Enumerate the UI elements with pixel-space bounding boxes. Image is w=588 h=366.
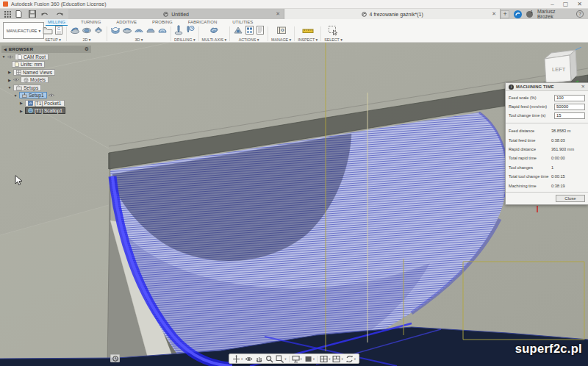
grid-snap-icon[interactable]: ▾ [319, 355, 331, 363]
dialog-title-bar[interactable]: i MACHINING TIME ✕ [506, 83, 588, 91]
multi-axis-icon[interactable] [209, 25, 219, 38]
tool-change-time-input[interactable] [554, 112, 585, 119]
nc-program-icon[interactable]: G [54, 25, 63, 38]
undo-icon[interactable] [40, 11, 50, 18]
tree-item-setup1[interactable]: ▼ Setup1 [1, 92, 91, 100]
save-icon[interactable] [29, 10, 36, 18]
view-cube-face-label[interactable]: LEFT [552, 66, 566, 73]
chevron-down-icon: ▾ [340, 37, 343, 42]
2d-contour-icon[interactable] [93, 25, 104, 38]
expand-icon[interactable]: ▼ [7, 85, 12, 90]
tool-change-time-row: Tool change time (s) [509, 111, 585, 120]
3d-contour-icon[interactable] [134, 25, 144, 38]
file-menu-icon[interactable] [15, 10, 24, 18]
orbit-icon[interactable]: ▾ [232, 355, 243, 363]
new-setup-icon[interactable] [43, 25, 53, 38]
drill-cycle-icon[interactable] [184, 25, 195, 38]
user-name[interactable]: Mariusz Brożek [537, 9, 572, 19]
visibility-eye-icon[interactable] [49, 93, 54, 97]
setups-folder-icon [16, 85, 22, 90]
3d-adaptive-icon[interactable] [110, 25, 121, 38]
chevron-down-icon: ▾ [59, 37, 61, 42]
units-document-icon [15, 62, 19, 67]
group-actions: ACTIONS ▾ [230, 26, 268, 42]
post-process-icon[interactable] [245, 25, 254, 38]
collapsed-icon[interactable]: ▶ [19, 101, 24, 105]
visibility-eye-icon[interactable] [7, 55, 13, 59]
stat-machining-time: Machining time0:38:19 [509, 181, 585, 190]
browser-panel: ◀ BROWSER ⚙ ▼ CAM Root Units: mm ▶ Named… [1, 46, 91, 115]
3d-scallop-icon[interactable] [157, 25, 168, 38]
feed-scale-input[interactable] [554, 95, 585, 101]
job-progress-icon[interactable] [110, 354, 120, 362]
job-status-icon[interactable] [514, 10, 522, 18]
drill-icon[interactable] [174, 25, 183, 38]
group-multi-axis: MULTI-AXIS ▾ [199, 26, 230, 42]
help-icon[interactable]: ? [576, 10, 584, 18]
redo-icon[interactable] [54, 11, 64, 18]
dialog-close-icon[interactable]: ✕ [581, 84, 585, 90]
2d-adaptive-icon[interactable] [70, 25, 80, 38]
pan-icon[interactable] [254, 355, 264, 363]
simulate-icon[interactable] [233, 25, 243, 38]
display-settings-icon[interactable]: ▾ [291, 355, 303, 363]
minimize-icon[interactable]: – [551, 1, 553, 8]
tree-item-units[interactable]: Units: mm [1, 61, 91, 69]
group-2d: 2D ▾ [67, 26, 107, 42]
dialog-title: MACHINING TIME [516, 85, 554, 89]
measure-ruler-icon[interactable] [302, 25, 314, 38]
visibility-eye-icon[interactable] [13, 78, 19, 82]
layout-grid-icon[interactable]: ▾ [304, 355, 315, 363]
2d-pocket-icon[interactable] [82, 25, 92, 38]
stat-total-tool-change-time: Total tool change time0:00:15 [509, 172, 585, 181]
setup-sheet-icon[interactable] [256, 25, 265, 38]
viewports-icon[interactable]: ▾ [331, 355, 343, 363]
tree-item-scallop1[interactable]: ▶ [T1] Scallop1 [1, 107, 91, 115]
machining-time-dialog: i MACHINING TIME ✕ Feed scale (%) Rapid … [505, 82, 588, 205]
ribbon-toolbar: MANUFACTURE ▾ MILLING TURNING ADDITIVE P… [0, 19, 588, 43]
browser-header[interactable]: ◀ BROWSER ⚙ [1, 46, 91, 53]
zoom-icon[interactable] [265, 355, 274, 363]
collapsed-icon[interactable]: ▶ [7, 78, 12, 82]
document-tab-active[interactable]: 4 frezowanie gaźnik*(1) ✕ [284, 9, 501, 19]
3d-pocket-icon[interactable] [122, 25, 132, 38]
group-drilling: DRILLING ▾ [171, 26, 198, 42]
close-icon[interactable]: ✕ [577, 1, 582, 8]
3d-parallel-icon[interactable] [146, 25, 156, 38]
expand-icon[interactable]: ▼ [1, 54, 6, 59]
select-tool-icon[interactable] [328, 25, 339, 39]
gear-icon[interactable]: ⚙ [85, 46, 89, 52]
tree-item-cam-root[interactable]: ▼ CAM Root [1, 53, 91, 61]
group-manage: MANAGE ▾ [268, 26, 294, 42]
tab-close-icon[interactable]: ✕ [492, 11, 496, 17]
look-at-icon[interactable] [244, 355, 254, 363]
steps-refresh-icon[interactable]: ▾ [345, 355, 356, 363]
tool-library-icon[interactable] [276, 25, 287, 38]
notifications-button[interactable]: 1 [526, 11, 533, 18]
chevron-down-icon: ▾ [224, 37, 226, 42]
tab-close-icon[interactable]: ✕ [276, 11, 280, 17]
app-grid-menu-icon[interactable] [4, 11, 11, 18]
fit-view-icon[interactable]: ▾ [275, 355, 287, 363]
document-tab-untitled[interactable]: Untitled ✕ [68, 9, 284, 19]
chevron-down-icon: ▾ [141, 37, 143, 42]
close-button[interactable]: Close [556, 195, 585, 202]
3d-viewport[interactable]: LEFT ◀ BROWSER ⚙ ▼ CAM Root Units: mm ▶ … [0, 43, 588, 366]
collapse-panel-icon[interactable]: ◀ [4, 47, 7, 51]
tree-item-named-views[interactable]: ▶ Named Views [1, 68, 91, 76]
tree-item-setups[interactable]: ▼ Setups [1, 84, 91, 92]
new-tab-button[interactable]: + [501, 10, 509, 18]
maximize-icon[interactable]: ▢ [563, 1, 569, 8]
collapsed-icon[interactable]: ▶ [7, 70, 12, 74]
stat-tool-changes: Tool changes1 [509, 163, 585, 172]
tree-item-pocket1[interactable]: ▶ [T1] Pocket1 [1, 99, 91, 107]
expand-icon[interactable]: ▼ [13, 93, 18, 98]
rapid-feed-input[interactable] [554, 104, 585, 110]
tree-item-models[interactable]: ▶ Models [1, 76, 91, 85]
collapsed-icon[interactable]: ▶ [19, 109, 24, 113]
models-cube-icon [24, 77, 29, 82]
svg-text:G: G [57, 26, 60, 31]
stat-total-feed-time: Total feed time0:38:03 [509, 135, 585, 144]
pocket-operation-icon [28, 101, 33, 106]
workspace-selector-button[interactable]: MANUFACTURE ▾ [3, 22, 44, 39]
